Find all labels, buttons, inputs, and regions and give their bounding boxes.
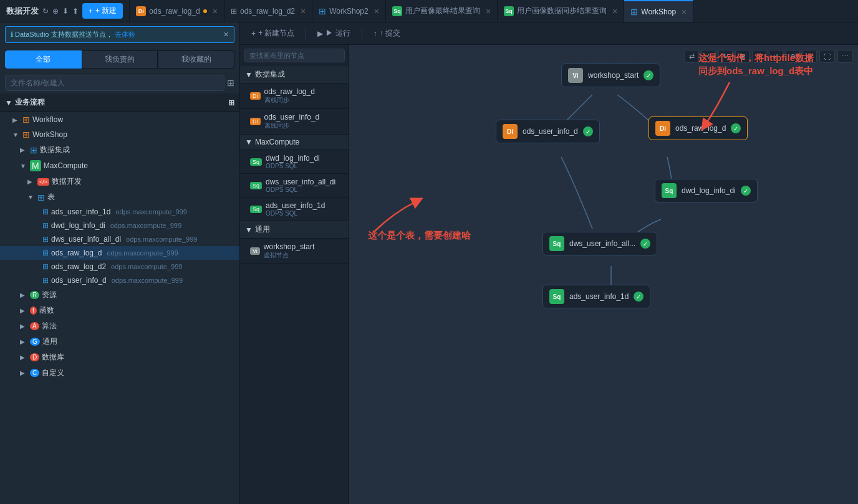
node-ods-raw-log[interactable]: Di ods_raw_log_d ✓ [648,116,748,140]
dev-label: 数据开发 [52,176,82,187]
notif-close-icon[interactable]: ✕ [223,31,229,39]
left-section-di[interactable]: ▼ 数据集成 [240,66,349,83]
add-icon[interactable]: ⊕ [52,7,59,16]
table-row-label-1: ads_user_info_1d [51,207,110,216]
node-label-ads: ads_user_info_1d [569,292,629,301]
func-label: 函数 [39,305,54,316]
tab-workshop2[interactable]: ⊞ WorkShop2 × [312,0,386,22]
tree-item-table[interactable]: ▼ ⊞ 表 [0,189,239,205]
submit-btn[interactable]: ↑ ↑ 提交 [370,26,404,40]
left-item-ads[interactable]: Sq ads_user_info_1d ODPS SQL [240,197,349,221]
chevron-table: ▼ [27,194,35,201]
left-section-mc[interactable]: ▼ MaxCompute [240,135,349,150]
canvas[interactable]: ⇄ ⊹ ↻ ⊞ ⊡ ⤢ ⊕ ⊖ ⛶ ⋯ [349,45,858,504]
section-business-flow[interactable]: ▼ 业务流程 ⊞ [0,93,239,112]
filter-icon[interactable]: ⊞ [227,78,234,88]
tab-ods-raw-log-d2[interactable]: ⊞ ods_raw_log_d2 × [224,0,312,22]
tool-arrows[interactable]: ⇄ [685,50,699,63]
tab-close-4[interactable]: × [486,6,491,16]
tab-icon-table: ⊞ [231,7,237,16]
tree-item-maxcompute[interactable]: ▼ M MaxCompute [0,158,239,174]
sidebar: ℹ DataStudio 支持数据推送节点， 去体验 ✕ 全部 我负责的 我收藏… [0,22,240,504]
left-item-ods-raw[interactable]: Di ods_raw_log_d 离线同步 [240,83,349,109]
tab-ods-raw-log-d[interactable]: Di ods_raw_log_d × [130,0,224,22]
tool-more[interactable]: ⋯ [837,50,853,63]
tool-grid[interactable]: ⊞ [735,50,750,63]
tab-user-portrait-sync[interactable]: Sq 用户画像数据同步结果查询 × [498,0,624,22]
node-ads-user[interactable]: Sq ads_user_info_1d ✓ [542,285,650,308]
tree-item-ods-raw[interactable]: ⊞ ods_raw_log_d odps.maxcompute_999 [0,246,239,260]
tool-select[interactable]: ⊹ [701,50,716,63]
filter-tab-mine[interactable]: 我负责的 [82,50,158,69]
tree-item-dwd-log[interactable]: ⊞ dwd_log_info_di odps.maxcompute_999 [0,219,239,232]
tab-close-2[interactable]: × [301,6,306,16]
node-status-dwd: ✓ [741,186,751,196]
tab-icon-ws2: ⊞ [319,6,326,16]
tab-close-5[interactable]: × [612,6,617,16]
search-input[interactable] [5,75,224,91]
left-item-dws[interactable]: Sq dws_user_info_all_di ODPS SQL [240,174,349,197]
left-item-dwd[interactable]: Sq dwd_log_info_di ODPS SQL [240,150,349,174]
download-icon[interactable]: ⬇ [62,7,69,16]
tree-item-data-integration[interactable]: ▶ ⊞ 数据集成 [0,142,239,158]
tab-workshop-active[interactable]: ⊞ WorkShop × [624,0,693,22]
workshop-icon: ⊞ [22,130,30,140]
tab-close-active[interactable]: × [682,7,687,17]
canvas-toolbar-right: ⇄ ⊹ ↻ ⊞ ⊡ ⤢ ⊕ ⊖ ⛶ ⋯ [685,50,853,63]
canvas-search-input[interactable] [244,49,345,62]
node-status-dws: ✓ [640,239,650,249]
tab-close-1[interactable]: × [213,6,218,16]
node-ods-user-info[interactable]: Di ods_user_info_d ✓ [496,120,600,143]
tree-item-database[interactable]: ▶ D 数据库 [0,349,239,365]
tree-item-ads-user[interactable]: ⊞ ads_user_info_1d odps.maxcompute_999 [0,205,239,219]
tree-item-workshop[interactable]: ▼ ⊞ WorkShop [0,127,239,142]
table-row-icon-1: ⊞ [42,207,49,216]
filter-tab-favorites[interactable]: 我收藏的 [158,50,234,69]
tree-item-ods-raw2[interactable]: ⊞ ods_raw_log_d2 odps.maxcompute_999 [0,260,239,273]
tree-item-function[interactable]: ▶ f 函数 [0,303,239,318]
tool-zoom-in[interactable]: ⊕ [786,50,800,63]
tab-user-portrait[interactable]: Sq 用户画像最终结果查询 × [386,0,498,22]
tree-item-algorithm[interactable]: ▶ A 算法 [0,318,239,334]
tree-item-ods-user[interactable]: ⊞ ods_user_info_d odps.maxcompute_999 [0,273,239,287]
tree-item-general[interactable]: ▶ G 通用 [0,334,239,349]
left-item-label-6: workshop_start [264,242,314,251]
tool-fullscreen[interactable]: ⛶ [819,50,835,63]
left-di-label: 数据集成 [255,69,285,80]
res-icon: R [30,291,39,299]
tree-item-data-dev[interactable]: ▶ </> 数据开发 [0,174,239,189]
workshop-label: WorkShop [32,130,67,139]
node-label-ods-raw: ods_raw_log_d [675,124,726,133]
node-icon-di-2: Di [655,121,670,136]
tool-zoom-out[interactable]: ⊖ [803,50,817,63]
left-item-ods-user[interactable]: Di ods_user_info_d 离线同步 [240,109,349,135]
func-icon: f [30,307,37,315]
section-grid-icon[interactable]: ⊞ [228,98,234,107]
tree-item-resource[interactable]: ▶ R 资源 [0,287,239,303]
add-node-btn[interactable]: + + 新建节点 [248,26,298,40]
chevron-workshop: ▼ [12,131,20,138]
tree-item-workflow[interactable]: ▶ ⊞ Workflow [0,112,239,127]
notif-link[interactable]: 去体验 [115,31,135,38]
run-btn[interactable]: ▶ ▶ 运行 [314,26,354,40]
tool-expand[interactable]: ⤢ [769,50,783,63]
tree-item-dws-user[interactable]: ⊞ dws_user_info_all_di odps.maxcompute_9… [0,232,239,246]
new-button[interactable]: ++ 新建 [82,3,123,19]
node-workshop-start[interactable]: Vi workshop_start ✓ [561,64,660,87]
filter-tab-all[interactable]: 全部 [5,50,82,69]
tool-refresh[interactable]: ↻ [718,50,733,63]
left-section-general[interactable]: ▼ 通用 [240,221,349,239]
tree-item-custom[interactable]: ▶ C 自定义 [0,365,239,381]
left-item-icon-6: Vi [250,247,260,255]
node-dws-user[interactable]: Sq dws_user_info_all... ✓ [542,232,657,255]
node-dwd-log[interactable]: Sq dwd_log_info_di ✓ [655,179,758,202]
tab-close-3[interactable]: × [374,6,379,16]
left-item-sub-3: ODPS SQL [266,163,320,169]
refresh-icon[interactable]: ↻ [42,7,49,16]
tool-fit[interactable]: ⊡ [752,50,766,63]
upload-icon[interactable]: ⬆ [72,7,79,16]
chevron-cust: ▶ [20,369,27,376]
tab-icon-ws: ⊞ [630,7,638,17]
left-gen-label: 通用 [255,224,270,235]
left-item-workshop-start[interactable]: Vi workshop_start 虚拟节点 [240,239,349,264]
